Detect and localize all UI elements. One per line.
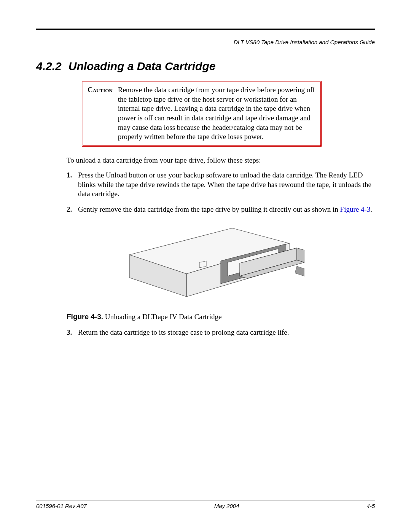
- svg-marker-10: [295, 266, 304, 281]
- step-list-continued: 3. Return the data cartridge to its stor…: [67, 328, 375, 337]
- figure-label: Figure 4-3.: [67, 313, 103, 321]
- page-footer: 001596-01 Rev A07 May 2004 4-5: [36, 500, 375, 509]
- figure-reference-link[interactable]: Figure 4-3: [340, 205, 371, 213]
- step-3: 3. Return the data cartridge to its stor…: [67, 328, 375, 337]
- footer-pagenum: 4-5: [366, 503, 375, 509]
- section-title: Unloading a Data Cartridge: [68, 60, 216, 72]
- footer-row: 001596-01 Rev A07 May 2004 4-5: [36, 503, 375, 509]
- section-number: 4.2.2: [36, 60, 62, 72]
- step-list: 1. Press the Unload button or use your b…: [67, 171, 375, 214]
- figure-4-3: [36, 220, 375, 306]
- page: DLT VS80 Tape Drive Installation and Ope…: [0, 0, 411, 532]
- step-text: Gently remove the data cartridge from th…: [78, 205, 375, 214]
- step-text-part: Gently remove the data cartridge from th…: [78, 205, 340, 213]
- document-title: DLT VS80 Tape Drive Installation and Ope…: [36, 39, 375, 45]
- intro-text: To unload a data cartridge from your tap…: [67, 156, 375, 165]
- caution-box: Caution Remove the data cartridge from y…: [82, 81, 322, 147]
- step-2: 2. Gently remove the data cartridge from…: [67, 205, 375, 214]
- figure-caption-text: Unloading a DLTtape IV Data Cartridge: [105, 313, 222, 321]
- figure-caption: Figure 4-3. Unloading a DLTtape IV Data …: [67, 313, 375, 321]
- step-text: Press the Unload button or use your back…: [78, 171, 375, 199]
- caution-label: Caution: [88, 85, 113, 142]
- step-number: 2.: [67, 205, 78, 214]
- step-text-part: .: [370, 205, 372, 213]
- footer-docnum: 001596-01 Rev A07: [36, 503, 87, 509]
- step-number: 1.: [67, 171, 78, 199]
- step-1: 1. Press the Unload button or use your b…: [67, 171, 375, 199]
- footer-rule: [36, 500, 375, 500]
- svg-marker-6: [297, 248, 304, 262]
- caution-text: Remove the data cartridge from your tape…: [118, 85, 316, 142]
- tape-drive-illustration: [107, 220, 304, 304]
- footer-date: May 2004: [214, 503, 239, 509]
- section-heading: 4.2.2Unloading a Data Cartridge: [36, 60, 375, 73]
- step-text: Return the data cartridge to its storage…: [78, 328, 375, 337]
- top-rule: [36, 29, 375, 30]
- step-number: 3.: [67, 328, 78, 337]
